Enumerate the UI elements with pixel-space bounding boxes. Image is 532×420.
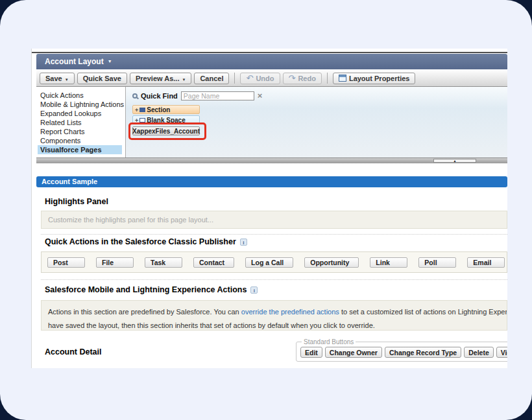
view-account-hierarchy-button[interactable]: View Account Hierarchy (496, 347, 507, 358)
palette-item-xappexfiles-account[interactable]: XappexFiles_Account (132, 126, 200, 135)
category-sidebar: Quick Actions Mobile & Lightning Actions… (36, 87, 126, 158)
sidebar-item-visualforce-pages[interactable]: Visualforce Pages (38, 145, 122, 154)
layout-title-bar: Account Layout (36, 54, 507, 69)
layout-properties-button[interactable]: Layout Properties (333, 73, 416, 84)
action-poll[interactable]: Poll (418, 257, 456, 268)
collapse-arrow-icon (434, 159, 476, 162)
window-top-border (32, 52, 507, 53)
change-owner-button[interactable]: Change Owner (325, 347, 382, 358)
sidebar-item-related-lists[interactable]: Related Lists (38, 118, 122, 127)
classic-publisher-title-row: Quick Actions in the Salesforce Classic … (36, 237, 507, 246)
mobile-actions-line1: Actions in this section are predefined b… (48, 305, 507, 319)
layout-properties-label: Layout Properties (349, 75, 410, 82)
section-divider (41, 279, 507, 280)
mobile-actions-title: Salesforce Mobile and Lightning Experien… (45, 285, 247, 294)
highlighted-palette-item-wrap: XappexFiles_Account (132, 126, 200, 135)
preview-dropdown-arrow-icon (182, 75, 186, 82)
mobile-actions-line1-pre: Actions in this section are predefined b… (48, 308, 241, 316)
cancel-button[interactable]: Cancel (194, 73, 229, 84)
standard-buttons-group: Standard Buttons Edit Change Owner Chang… (296, 338, 507, 362)
section-divider (41, 234, 507, 235)
redo-label: Redo (298, 75, 316, 82)
info-icon[interactable] (250, 286, 258, 294)
undo-button[interactable]: Undo (240, 73, 280, 84)
undo-label: Undo (256, 75, 274, 82)
blank-space-icon (139, 118, 145, 122)
teal-marker (526, 412, 532, 418)
palette-item-label: Section (147, 106, 170, 113)
collapse-handle[interactable] (433, 159, 476, 163)
page-title: Account Layout (45, 57, 104, 66)
layout-canvas: Account Sample Highlights Panel Customiz… (36, 176, 507, 368)
layout-editor: Account Layout Save Quick Save Preview A… (36, 54, 507, 163)
toolbar-separator (327, 73, 328, 84)
page-background: Account Layout Save Quick Save Preview A… (0, 0, 532, 420)
palette-item-blank-space[interactable]: Blank Space (132, 115, 200, 124)
toolbar-separator (234, 73, 235, 84)
palette-bottom-bar (36, 158, 507, 163)
preview-as-label: Preview As... (136, 75, 179, 82)
change-record-type-button[interactable]: Change Record Type (385, 347, 461, 358)
palette-item-label: Blank Space (147, 117, 185, 124)
undo-icon (246, 75, 253, 82)
mobile-actions-line2: have saved the layout, then this section… (48, 319, 507, 331)
save-button[interactable]: Save (40, 73, 75, 84)
layout-editor-window: Account Layout Save Quick Save Preview A… (31, 49, 507, 368)
standard-buttons-legend: Standard Buttons (302, 338, 356, 345)
action-file[interactable]: File (96, 257, 134, 268)
sidebar-item-expanded-lookups[interactable]: Expanded Lookups (38, 109, 122, 118)
palette-panel: Quick Find Section Blank (126, 87, 507, 158)
quick-find-label: Quick Find (141, 92, 178, 100)
palette-items: Section Blank Space XappexFiles_Account (132, 105, 200, 135)
highlights-placeholder-text: Customize the highlights panel for this … (48, 216, 213, 224)
account-detail-row: Account Detail Standard Buttons Edit Cha… (36, 342, 507, 368)
override-actions-link[interactable]: override the predefined actions (241, 308, 339, 316)
classic-publisher-title: Quick Actions in the Salesforce Classic … (45, 237, 236, 246)
quick-save-button[interactable]: Quick Save (77, 73, 127, 84)
add-icon (135, 106, 138, 113)
account-sample-label: Account Sample (42, 178, 97, 185)
preview-as-button[interactable]: Preview As... (130, 73, 191, 84)
delete-button[interactable]: Delete (464, 347, 494, 358)
sidebar-item-quick-actions[interactable]: Quick Actions (38, 91, 122, 100)
section-icon (139, 108, 145, 112)
mobile-actions-info: Actions in this section are predefined b… (41, 300, 507, 331)
add-icon (135, 117, 138, 124)
edit-button[interactable]: Edit (300, 347, 322, 358)
sidebar-item-components[interactable]: Components (38, 136, 122, 145)
sidebar-item-report-charts[interactable]: Report Charts (38, 127, 122, 136)
classic-publisher-actions: Post File Task Contact Log a Call Opport… (41, 251, 507, 273)
quick-find-input[interactable] (181, 91, 254, 100)
account-sample-header: Account Sample (36, 176, 507, 187)
action-email[interactable]: Email (467, 257, 505, 268)
palette-region: Quick Actions Mobile & Lightning Actions… (36, 87, 507, 158)
search-icon (132, 93, 138, 99)
quick-find-row: Quick Find (132, 91, 507, 100)
palette-item-section[interactable]: Section (132, 105, 200, 114)
toolbar: Save Quick Save Preview As... Cancel Und… (36, 69, 507, 87)
action-opportunity[interactable]: Opportunity (304, 257, 359, 268)
mobile-actions-line1-post: to set a customized list of actions on L… (339, 308, 507, 316)
action-link[interactable]: Link (370, 257, 407, 268)
title-dropdown-arrow-icon[interactable] (104, 57, 112, 66)
redo-icon (289, 75, 296, 82)
palette-item-label: XappexFiles_Account (132, 128, 200, 135)
sidebar-item-mobile-lightning-actions[interactable]: Mobile & Lightning Actions (38, 100, 122, 109)
save-dropdown-arrow-icon (65, 75, 69, 82)
mobile-actions-title-row: Salesforce Mobile and Lightning Experien… (36, 285, 507, 294)
highlights-panel-title: Highlights Panel (36, 197, 507, 206)
highlights-panel-placeholder[interactable]: Customize the highlights panel for this … (41, 211, 507, 229)
save-label: Save (45, 75, 62, 82)
action-contact[interactable]: Contact (193, 257, 234, 268)
clear-search-icon[interactable] (258, 91, 263, 100)
info-icon[interactable] (240, 239, 247, 246)
action-post[interactable]: Post (47, 257, 85, 268)
redo-button[interactable]: Redo (283, 73, 322, 84)
layout-properties-icon (339, 75, 346, 82)
standard-buttons-row: Edit Change Owner Change Record Type Del… (300, 347, 507, 358)
account-detail-title: Account Detail (45, 347, 102, 356)
action-log-a-call[interactable]: Log a Call (245, 257, 293, 268)
action-task[interactable]: Task (145, 257, 182, 268)
